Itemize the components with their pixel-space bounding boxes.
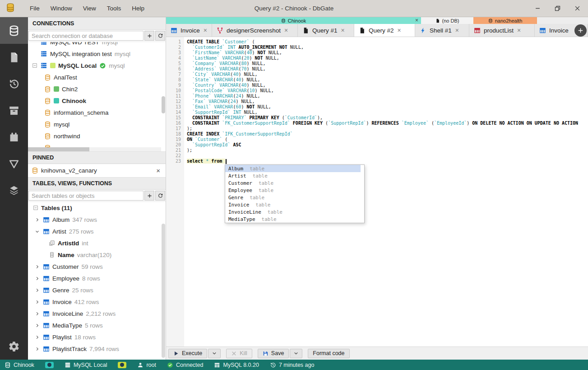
autocomplete-item-employee[interactable]: Employeetable bbox=[225, 187, 361, 194]
kill-button[interactable]: Kill bbox=[226, 349, 252, 358]
unpin-close-icon[interactable]: × bbox=[156, 167, 160, 174]
chevron-right-icon[interactable] bbox=[34, 276, 40, 281]
connection-mysql-local[interactable]: MySQL Localmysql bbox=[28, 60, 166, 71]
autocomplete-item-customer[interactable]: Customertable bbox=[225, 179, 361, 187]
connection-mysql-wd-test[interactable]: MySQL WD TESTmysql bbox=[28, 42, 166, 48]
save-button[interactable]: Save bbox=[258, 349, 289, 358]
chevron-right-icon[interactable] bbox=[34, 311, 40, 316]
close-tab-icon[interactable]: × bbox=[341, 27, 345, 34]
chevron-right-icon[interactable] bbox=[34, 217, 40, 222]
close-tab-icon[interactable]: × bbox=[284, 27, 288, 34]
text-cursor bbox=[226, 159, 227, 164]
rail-archive-button[interactable] bbox=[0, 97, 28, 124]
tab-query-1[interactable]: Query #1× bbox=[298, 24, 354, 37]
add-table-button[interactable] bbox=[144, 191, 154, 201]
execute-dropdown-button[interactable] bbox=[208, 349, 221, 358]
database-chinook[interactable]: Chinook bbox=[28, 95, 166, 107]
tab-shell-1[interactable]: Shell #1× bbox=[415, 24, 469, 37]
close-button[interactable] bbox=[574, 5, 581, 12]
tab-group-no-db[interactable]: (no DB) bbox=[421, 17, 473, 24]
menu-help[interactable]: Help bbox=[126, 3, 150, 14]
connections-hscrollbar[interactable] bbox=[28, 147, 161, 151]
chevron-right-icon[interactable] bbox=[34, 347, 40, 351]
connections-scrollbar[interactable] bbox=[162, 96, 165, 113]
refresh-connections-button[interactable] bbox=[155, 31, 165, 41]
autocomplete-item-genre[interactable]: Genretable bbox=[225, 194, 361, 201]
sql-editor[interactable]: 1234567891011121314151617181920212223 CR… bbox=[166, 37, 588, 347]
new-tab-button[interactable] bbox=[574, 24, 587, 37]
table-invoice[interactable]: Invoice412 rows bbox=[28, 296, 166, 308]
autocomplete-item-invoiceline[interactable]: InvoiceLinetable bbox=[225, 208, 361, 215]
table-playlist[interactable]: Playlist18 rows bbox=[28, 331, 166, 343]
chevron-right-icon[interactable] bbox=[34, 323, 40, 328]
item-name: Customer bbox=[228, 180, 252, 186]
column-artistid[interactable]: 1ArtistIdint bbox=[28, 237, 166, 249]
tab-group-chinook[interactable]: Chinook× bbox=[166, 17, 421, 24]
chevron-right-icon[interactable] bbox=[34, 300, 40, 304]
column-name[interactable]: Namevarchar(120) bbox=[28, 249, 166, 261]
pinned-knihovna-v2-canary[interactable]: knihovna_v2_canary× bbox=[28, 164, 166, 177]
close-group-icon[interactable]: × bbox=[415, 17, 418, 24]
format-code-button[interactable]: Format code bbox=[308, 349, 349, 358]
close-tab-icon[interactable]: × bbox=[204, 27, 207, 34]
table-playlisttrack[interactable]: PlaylistTrack7,994 rows bbox=[28, 343, 166, 355]
tab-designerscreenshot[interactable]: designerScreenshot× bbox=[212, 24, 298, 37]
rail-history-button[interactable] bbox=[0, 70, 28, 97]
rail-file-button[interactable] bbox=[0, 44, 28, 70]
table-customer[interactable]: Customer59 rows bbox=[28, 261, 166, 272]
table-genre[interactable]: Genre25 rows bbox=[28, 284, 166, 296]
rail-database-button[interactable] bbox=[0, 17, 28, 44]
close-tab-icon[interactable]: × bbox=[455, 27, 459, 34]
tables-group[interactable]: Tables (11) bbox=[28, 202, 166, 214]
menu-tools[interactable]: Tools bbox=[102, 3, 127, 14]
label: information_schema bbox=[54, 109, 109, 116]
tab-invoice[interactable]: Invoice× bbox=[166, 24, 212, 37]
rail-favorites-button[interactable] bbox=[0, 150, 28, 177]
add-connection-button[interactable] bbox=[144, 31, 154, 41]
table-invoiceline[interactable]: InvoiceLine2,212 rows bbox=[28, 308, 166, 319]
tab-group-nano2health[interactable]: nano2health bbox=[473, 17, 537, 24]
rail-layers-button[interactable] bbox=[0, 177, 28, 204]
expander[interactable] bbox=[32, 63, 37, 68]
minimize-button[interactable] bbox=[534, 5, 541, 12]
database-analtest[interactable]: AnalTest bbox=[28, 71, 166, 83]
table-mediatype[interactable]: MediaType5 rows bbox=[28, 319, 166, 331]
autocomplete-item-artist[interactable]: Artisttable bbox=[225, 172, 361, 179]
tab-query-2[interactable]: Query #2× bbox=[354, 24, 415, 37]
connections-search-input[interactable] bbox=[28, 31, 144, 41]
menu-file[interactable]: File bbox=[24, 3, 45, 14]
database-mysql[interactable]: mysql bbox=[28, 118, 166, 130]
autocomplete-item-album[interactable]: Albumtable bbox=[225, 165, 361, 172]
swatch-blob bbox=[47, 363, 51, 367]
menu-view[interactable]: View bbox=[78, 3, 102, 14]
table-artist[interactable]: Artist275 rows bbox=[28, 225, 166, 237]
autocomplete-item-invoice[interactable]: Invoicetable bbox=[225, 201, 361, 208]
save-dropdown-button[interactable] bbox=[290, 349, 302, 358]
chevron-right-icon[interactable] bbox=[34, 264, 40, 269]
close-tab-icon[interactable]: × bbox=[517, 27, 521, 34]
tables-search-input[interactable] bbox=[28, 191, 144, 201]
scroll-thumb[interactable] bbox=[28, 147, 89, 151]
autocomplete-item-mediatype[interactable]: MediaTypetable bbox=[225, 215, 361, 223]
chevron-right-icon[interactable] bbox=[34, 288, 40, 293]
tables-scrollbar[interactable] bbox=[162, 224, 165, 358]
tab-productlist[interactable]: productList× bbox=[469, 24, 535, 37]
close-icon bbox=[574, 5, 581, 12]
database-northwind[interactable]: northwind bbox=[28, 130, 166, 142]
collapse-icon[interactable] bbox=[32, 205, 38, 211]
connection-mysql-integration-test[interactable]: MySQL integration testmysql bbox=[28, 48, 166, 60]
execute-button[interactable]: Execute bbox=[168, 349, 207, 358]
table-employee[interactable]: Employee8 rows bbox=[28, 272, 166, 284]
rail-plugin-button[interactable] bbox=[0, 124, 28, 150]
table-album[interactable]: Album347 rows bbox=[28, 214, 166, 225]
menu-window[interactable]: Window bbox=[45, 3, 78, 14]
database-information-schema[interactable]: information_schema bbox=[28, 107, 166, 118]
chevron-right-icon[interactable] bbox=[34, 335, 40, 340]
chevron-down-icon[interactable] bbox=[34, 229, 40, 234]
rail-settings-button[interactable] bbox=[0, 333, 28, 360]
close-tab-icon[interactable]: × bbox=[398, 27, 401, 34]
refresh-tables-button[interactable] bbox=[155, 191, 165, 201]
restore-button[interactable] bbox=[554, 5, 561, 12]
label: AnalTest bbox=[54, 74, 77, 81]
database-chin2[interactable]: Chin2 bbox=[28, 83, 166, 95]
